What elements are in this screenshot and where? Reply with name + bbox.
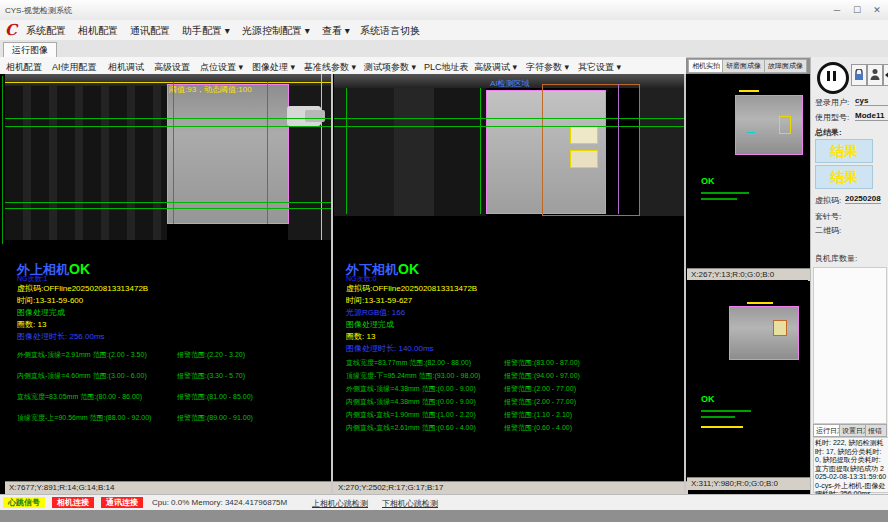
tool-point-settings[interactable]: 点位设置 ▾ [200, 61, 243, 74]
maximize-button[interactable]: ☐ [848, 3, 866, 17]
user-button[interactable] [867, 64, 883, 86]
pause-button[interactable] [817, 62, 849, 94]
process-done: 图像处理完成 [346, 319, 394, 330]
measure-value: 内侧直线-直线=2.61mm 范围:(0.60 - 4.00) [346, 424, 476, 431]
tool-advanced-debug[interactable]: 高级调试 ▾ [474, 61, 517, 74]
detection-roi-rect [167, 84, 289, 224]
exit-button[interactable] [883, 64, 888, 86]
menu-camera-config[interactable]: 相机配置 [78, 24, 118, 38]
log-tab-row: 运行日志 设置日志 报错日志 [813, 424, 887, 435]
result-badge: 结果 [815, 165, 873, 189]
measurement-row: 内侧直线-顶缘=4.38mm 范围:(0.00 - 9.00) 报警范围:(2.… [346, 397, 684, 407]
middle-camera-image[interactable]: AI检测区域 [334, 74, 684, 216]
machine-background [5, 86, 167, 240]
measurement-row: 直线宽度=83.05mm 范围:(80.00 - 86.00) 报警范围:(81… [17, 392, 331, 402]
virtual-code-value: 20250208 [845, 194, 881, 204]
status-bar: 心跳信号 相机连接 通讯连接 Cpu: 0.0% Memory: 3424.41… [0, 494, 888, 511]
ai-region-label: AI检测区域 [490, 78, 530, 89]
minimize-button[interactable]: ─ [828, 3, 846, 17]
edge-marker-line [2, 76, 3, 244]
tool-baseline-params[interactable]: 基准线参数 ▾ [304, 61, 356, 74]
result-line [701, 410, 751, 412]
tab-defect-image[interactable]: 故障面成像 [764, 59, 807, 73]
status-ok: OK [69, 261, 90, 277]
thumbnail-bottom-panel[interactable]: OK [687, 280, 808, 477]
tool-test-params[interactable]: 测试项参数 ▾ [364, 61, 416, 74]
machine-background [639, 88, 684, 216]
virtual-code: 虚拟码:OFFline2025020813313472B [346, 283, 477, 294]
process-duration: 图像处理时长: 256.00ms [17, 331, 105, 342]
upper-camera-heartbeat-link[interactable]: 上相机心跳检测 [312, 498, 368, 509]
result-line [701, 192, 749, 194]
overlay-mark [747, 132, 755, 133]
virtual-code-label: 虚拟码: [815, 195, 841, 206]
tool-plc-table[interactable]: PLC地址表 [424, 61, 469, 74]
alarm-range: 报警范围:(3.30 - 5.70) [177, 371, 245, 381]
middle-camera-panel: AI检测区域 外下相机OK NG次数:0 虚拟码:OFFline20250208… [334, 74, 684, 481]
desktop-margin [0, 510, 888, 522]
heartbeat-badge: 心跳信号 [3, 497, 45, 508]
menu-assistant-config[interactable]: 助手配置 ▾ [182, 24, 230, 38]
model-label: 使用型号: [815, 112, 849, 123]
measurement-row: 内侧直线-顶缘=4.60mm 范围:(3.00 - 6.00) 报警范围:(3.… [17, 371, 331, 381]
tool-advanced-settings[interactable]: 高级设置 [154, 61, 190, 74]
tool-char-params[interactable]: 字符参数 ▾ [526, 61, 569, 74]
connector-part [305, 110, 325, 122]
alarm-range: 报警范围:(89.00 - 91.00) [177, 413, 253, 423]
thumbnail-top-panel[interactable]: OK [687, 74, 808, 268]
measurement-row: 顶缘宽度-下=95.24mm 范围:(93.00 - 98.00) 报警范围:(… [346, 371, 684, 381]
tool-other-settings[interactable]: 其它设置 ▾ [578, 61, 621, 74]
title-bar: CYS-视觉检测系统 ─ ☐ ✕ [0, 0, 888, 21]
panel-divider [331, 74, 333, 493]
lock-button[interactable] [851, 64, 867, 86]
alarm-range: 报警范围:(81.00 - 85.00) [177, 392, 253, 402]
left-camera-image[interactable]: 阈值:93，动态阈值:100 [5, 74, 331, 240]
tab-camera-live[interactable]: 相机实拍 [688, 59, 724, 73]
machine-background [394, 88, 434, 216]
tool-image-process[interactable]: 图像处理 ▾ [252, 61, 295, 74]
result-badge: 结果 [815, 139, 873, 163]
light-value: 光源RGB值: 166 [346, 307, 405, 318]
threshold-overlay-label: 阈值:93，动态阈值:100 [169, 84, 252, 95]
menu-view[interactable]: 查看 ▾ [322, 24, 350, 38]
machine-background [434, 88, 486, 216]
login-user-label: 登录用户: [815, 97, 849, 108]
measure-line [5, 208, 331, 209]
tool-camera-config[interactable]: 相机配置 [6, 61, 42, 74]
measure-line [334, 118, 684, 119]
overlay-mark [779, 116, 791, 134]
close-button[interactable]: ✕ [868, 3, 886, 17]
tab-grind-image[interactable]: 研磨面成像 [722, 59, 765, 73]
menu-comm-config[interactable]: 通讯配置 [130, 24, 170, 38]
capture-time: 时间:13-31-59-627 [346, 295, 412, 306]
thumbnail-image [729, 306, 799, 360]
tab-run-image[interactable]: 运行图像 [3, 42, 57, 58]
defect-window-mark [570, 150, 598, 168]
process-done: 图像处理完成 [17, 307, 65, 318]
alarm-range: 报警范围:(2.00 - 77.00) [504, 397, 576, 407]
tool-camera-debug[interactable]: 相机调试 [108, 61, 144, 74]
measure-line [480, 88, 481, 214]
tool-ai-config[interactable]: AI使用配置 [52, 61, 97, 74]
log-text[interactable]: 耗时: 222, 缺陷检测耗时: 17, 缺陷分类耗时: 0, 缺陷提取分类耗时… [813, 437, 888, 493]
result-list-box[interactable] [813, 267, 887, 424]
lower-camera-heartbeat-link[interactable]: 下相机心跳检测 [382, 498, 438, 509]
camera-connect-badge: 相机连接 [52, 497, 94, 508]
virtual-code: 虚拟码:OFFline2025020813313472B [17, 283, 148, 294]
lock-icon [854, 69, 864, 81]
sidebar: 登录用户: cys 使用型号: Mode11 总结果: 结果 结果 虚拟码: 2… [810, 57, 888, 494]
menu-language-switch[interactable]: 系统语言切换 [360, 24, 420, 38]
measurement-row: 内侧直线-直线=1.90mm 范围:(1.00 - 2.20) 报警范围:(1.… [346, 410, 684, 420]
tab-error-log[interactable]: 报错日志 [865, 424, 887, 437]
measurement-row: 顶缘宽度-上=90.56mm 范围:(88.00 - 92.00) 报警范围:(… [17, 413, 331, 423]
status-ok: OK [701, 176, 715, 186]
menu-light-control[interactable]: 光源控制配置 ▾ [242, 24, 310, 38]
measure-line [334, 126, 684, 127]
measure-line [5, 202, 331, 203]
alarm-range: 报警范围:(0.60 - 4.00) [504, 423, 572, 433]
cpu-memory-readout: Cpu: 0.0% Memory: 3424.41796875M [152, 498, 287, 507]
menu-system-config[interactable]: 系统配置 [26, 24, 66, 38]
pixel-coords-readout: X:270;Y:2502;R:17;G:17;B:17 [334, 481, 688, 494]
measure-value: 内侧直线-顶缘=4.60mm 范围:(3.00 - 6.00) [17, 372, 147, 379]
pixel-coords-readout: X:311;Y:980;R:0;G:0;B:0 [687, 477, 812, 490]
